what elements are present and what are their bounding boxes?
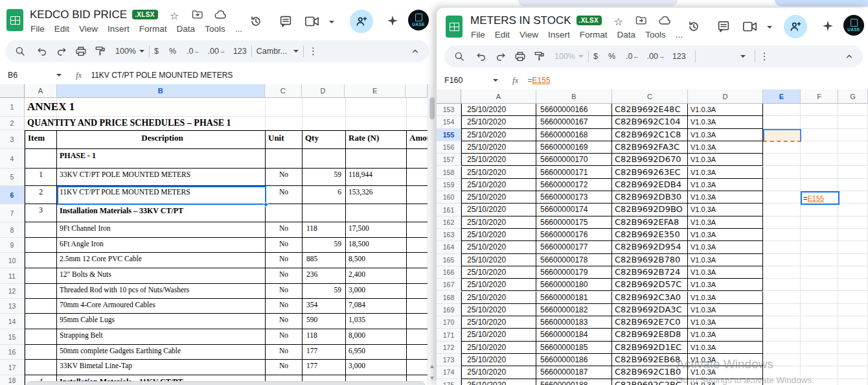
cell-amount[interactable] bbox=[407, 204, 428, 222]
cell-item[interactable] bbox=[25, 299, 57, 314]
name-box-caret[interactable] bbox=[56, 74, 62, 76]
document-title[interactable]: KEDCO BID PRICE bbox=[30, 8, 127, 21]
version-history-icon[interactable] bbox=[249, 14, 263, 31]
cell-empty[interactable] bbox=[801, 129, 838, 141]
row-header[interactable]: 164 bbox=[437, 241, 461, 253]
gemini-sparkle-icon[interactable] bbox=[820, 19, 836, 37]
cell-empty[interactable] bbox=[801, 342, 838, 354]
cell-meter-number[interactable]: 56600000188 bbox=[536, 379, 612, 385]
cell-meter-number[interactable]: 56600000175 bbox=[536, 216, 612, 229]
row-header[interactable]: 173 bbox=[437, 354, 461, 366]
cell-qty[interactable]: 177 bbox=[303, 345, 346, 360]
cell-empty[interactable] bbox=[801, 292, 838, 304]
cell-unit[interactable] bbox=[266, 204, 303, 222]
cell-device-code[interactable]: C82B9692C1C8 bbox=[612, 129, 688, 141]
cell-date[interactable]: 25/10/2020 bbox=[461, 266, 536, 279]
share-button[interactable] bbox=[350, 10, 373, 33]
star-icon[interactable]: ☆ bbox=[170, 10, 179, 22]
cell-amount[interactable] bbox=[407, 284, 428, 299]
cell-item[interactable]: 3 bbox=[25, 204, 57, 222]
cell-empty[interactable] bbox=[763, 316, 801, 329]
grid-corner-cell[interactable] bbox=[0, 84, 25, 98]
cell-qty[interactable]: 6 bbox=[303, 186, 346, 204]
cell-empty[interactable] bbox=[763, 167, 801, 179]
name-box-caret[interactable] bbox=[493, 79, 498, 82]
cell-rate[interactable]: 8,500 bbox=[346, 253, 407, 268]
cell-description[interactable]: 11KV CT/PT POLE MOUNTED METERS bbox=[57, 186, 266, 204]
column-header-D[interactable]: D bbox=[302, 84, 345, 98]
cell-empty[interactable] bbox=[763, 229, 801, 241]
row-header[interactable]: 6 bbox=[0, 186, 25, 204]
row-header[interactable]: 171 bbox=[437, 329, 461, 341]
cell-unit[interactable]: No bbox=[266, 222, 303, 238]
cell-meter-number[interactable]: 56600000185 bbox=[536, 342, 612, 354]
cell-meter-number[interactable]: 56600000173 bbox=[536, 191, 612, 204]
cell-amount[interactable] bbox=[407, 329, 428, 345]
cell-qty[interactable]: 885 bbox=[303, 253, 346, 268]
table-header-cell[interactable]: Item bbox=[25, 130, 57, 149]
menu-format[interactable]: Format bbox=[139, 24, 167, 34]
cell-device-code[interactable]: C82B9692DB30 bbox=[612, 191, 688, 204]
cell-empty[interactable] bbox=[838, 292, 868, 304]
cell-date[interactable]: 25/10/2020 bbox=[461, 241, 536, 253]
row-header[interactable]: 170 bbox=[437, 316, 461, 329]
cell-date[interactable]: 25/10/2020 bbox=[461, 167, 536, 179]
row-header[interactable]: 158 bbox=[437, 167, 461, 179]
cell-description[interactable]: PHASE - 1 bbox=[57, 149, 266, 169]
column-header-C[interactable]: C bbox=[265, 84, 302, 98]
increase-decimals-button[interactable]: .00→ bbox=[208, 47, 225, 56]
cell-amount[interactable] bbox=[407, 314, 428, 329]
cell-empty[interactable] bbox=[838, 167, 868, 179]
row-header[interactable]: 8 bbox=[0, 222, 25, 238]
column-header-D[interactable]: D bbox=[688, 89, 763, 104]
cell-empty[interactable] bbox=[763, 191, 801, 204]
cell-empty[interactable] bbox=[801, 354, 838, 366]
row-header[interactable]: 12 bbox=[0, 284, 25, 299]
cell-device-code[interactable]: C82B9692D57C bbox=[612, 279, 688, 291]
cell-empty[interactable] bbox=[763, 154, 801, 166]
cell-description[interactable]: 50mm complete Gadgets Earthing Cable bbox=[57, 345, 266, 360]
cell-empty[interactable] bbox=[763, 342, 801, 354]
cell[interactable] bbox=[303, 98, 346, 117]
cell-device-code[interactable]: C82B9692E7C0 bbox=[612, 316, 688, 329]
cell-item[interactable] bbox=[25, 314, 57, 329]
cell-device-code[interactable]: C82B9692EFA8 bbox=[612, 216, 688, 229]
cell-qty[interactable]: 118 bbox=[303, 222, 346, 238]
cell-meter-number[interactable]: 56600000170 bbox=[536, 154, 612, 166]
cell-date[interactable]: 25/10/2020 bbox=[461, 104, 536, 116]
cell[interactable] bbox=[346, 98, 407, 117]
column-header-cut[interactable] bbox=[405, 84, 428, 98]
cell-empty[interactable] bbox=[801, 216, 838, 229]
cell-item[interactable] bbox=[25, 268, 57, 284]
cell-version[interactable]: V1.0.3A bbox=[688, 342, 763, 354]
camera-dropdown-caret[interactable] bbox=[329, 21, 334, 23]
cell-date[interactable]: 25/10/2020 bbox=[461, 216, 536, 229]
print-icon[interactable] bbox=[75, 45, 87, 57]
cell-amount[interactable] bbox=[407, 268, 428, 284]
cell-description[interactable]: 9Ft Channel Iron bbox=[57, 222, 266, 238]
cell-qty[interactable]: 59 bbox=[303, 284, 346, 299]
cell-empty[interactable] bbox=[763, 366, 801, 379]
comment-icon[interactable] bbox=[279, 14, 293, 31]
cell-item[interactable]: 2 bbox=[25, 186, 57, 204]
cell-empty[interactable] bbox=[801, 316, 838, 329]
cell-version[interactable]: V1.0.3A bbox=[688, 241, 763, 253]
cell-empty[interactable] bbox=[838, 316, 868, 329]
editing-cell-F160[interactable]: =E155 bbox=[801, 191, 839, 205]
share-button[interactable] bbox=[784, 15, 807, 38]
format-percent-button[interactable]: % bbox=[608, 52, 615, 61]
cell-date[interactable]: 25/10/2020 bbox=[461, 292, 536, 304]
cell-date[interactable]: 25/10/2020 bbox=[461, 316, 536, 329]
version-history-icon[interactable] bbox=[687, 19, 701, 36]
row-header[interactable]: 10 bbox=[0, 253, 25, 268]
menu-file[interactable]: File bbox=[30, 24, 45, 34]
cell-rate[interactable] bbox=[346, 149, 407, 169]
column-header-A[interactable]: A bbox=[25, 84, 57, 98]
menu-insert[interactable]: Insert bbox=[108, 24, 130, 34]
cell-date[interactable]: 25/10/2020 bbox=[461, 179, 536, 191]
cell-date[interactable]: 25/10/2020 bbox=[461, 304, 536, 316]
row-header[interactable]: 154 bbox=[437, 116, 461, 128]
cell-empty[interactable] bbox=[763, 241, 801, 253]
cell-empty[interactable] bbox=[801, 179, 838, 191]
cell-meter-number[interactable]: 56600000183 bbox=[536, 316, 612, 329]
